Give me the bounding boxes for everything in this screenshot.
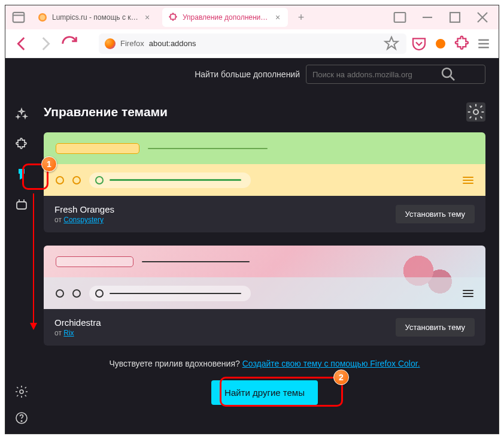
theme-card: Orchidestra от Rix Установить тему <box>44 246 485 346</box>
extensions-icon[interactable] <box>453 35 471 53</box>
tab-addons[interactable]: Управление дополнениями × <box>162 8 288 27</box>
close-icon[interactable]: × <box>274 13 282 22</box>
addon-search-row: Найти больше дополнений <box>5 58 499 90</box>
tab-lumpics[interactable]: Lumpics.ru - помощь с компь × <box>32 8 157 27</box>
puzzle-icon <box>168 13 178 22</box>
close-icon[interactable]: × <box>143 13 151 22</box>
addons-page: Найти больше дополнений Управление темам <box>5 58 499 434</box>
svg-point-19 <box>21 420 22 422</box>
firefox-color-link[interactable]: Создайте свою тему с помощью Firefox Col… <box>242 359 420 368</box>
help-icon[interactable] <box>14 411 29 425</box>
theme-preview[interactable] <box>44 132 485 196</box>
theme-author: от Rix <box>54 329 101 337</box>
search-icon <box>418 65 479 83</box>
close-window-button[interactable] <box>471 8 494 27</box>
annotation-arrow <box>33 193 34 329</box>
install-theme-button[interactable]: Установить тему <box>396 318 475 337</box>
annotation-badge-2: 2 <box>333 370 349 385</box>
theme-card: Fresh Oranges от Conspystery Установить … <box>44 132 485 232</box>
author-link[interactable]: Conspystery <box>63 216 104 224</box>
tab-label: Lumpics.ru - помощь с компь <box>52 13 138 22</box>
firefox-logo-icon <box>105 38 116 49</box>
panel-toggle-icon[interactable] <box>10 9 27 26</box>
address-bar[interactable]: Firefox about:addons <box>99 34 406 54</box>
inspiration-text: Чувствуете прилив вдохновения? Создайте … <box>44 359 485 368</box>
theme-name: Orchidestra <box>54 317 101 328</box>
svg-line-13 <box>451 77 454 80</box>
annotation-badge-1: 1 <box>41 156 57 172</box>
search-label: Найти больше дополнений <box>195 69 300 79</box>
extensions-category-icon[interactable] <box>14 137 29 152</box>
menu-icon[interactable] <box>475 35 493 53</box>
pocket-icon[interactable] <box>410 35 428 53</box>
plugins-category-icon[interactable] <box>14 197 29 211</box>
svg-point-3 <box>40 15 45 20</box>
reload-button[interactable] <box>59 34 80 54</box>
orange-slice-icon <box>38 13 47 22</box>
find-more-themes-button[interactable]: Найти другие темы <box>211 380 318 405</box>
search-input[interactable] <box>312 70 413 79</box>
titlebar: Lumpics.ru - помощь с компь × Управление… <box>5 5 499 29</box>
svg-rect-0 <box>13 13 25 22</box>
list-tabs-icon[interactable] <box>388 8 411 27</box>
svg-point-12 <box>442 68 451 77</box>
back-button[interactable] <box>11 34 32 54</box>
svg-point-17 <box>20 390 23 393</box>
themes-category-icon[interactable] <box>14 167 29 181</box>
address-text: about:addons <box>149 39 378 48</box>
bookmark-star-icon[interactable] <box>382 35 400 53</box>
minimize-button[interactable] <box>416 8 439 27</box>
settings-icon[interactable] <box>14 384 29 399</box>
theme-name: Fresh Oranges <box>54 204 114 214</box>
author-link[interactable]: Rix <box>63 329 74 337</box>
maximize-button[interactable] <box>444 8 466 27</box>
forward-button[interactable] <box>35 34 56 54</box>
account-icon[interactable] <box>432 35 450 53</box>
svg-rect-6 <box>450 13 460 22</box>
svg-rect-4 <box>394 13 406 22</box>
svg-rect-14 <box>17 202 26 209</box>
theme-author: от Conspystery <box>54 216 114 224</box>
url-toolbar: Firefox about:addons <box>5 29 499 58</box>
tools-menu-button[interactable] <box>466 102 485 122</box>
install-theme-button[interactable]: Установить тему <box>396 205 475 223</box>
new-tab-button[interactable]: + <box>293 9 309 26</box>
svg-point-20 <box>473 110 478 114</box>
tab-label: Управление дополнениями <box>183 13 269 22</box>
addon-search-box[interactable] <box>306 65 485 84</box>
theme-preview[interactable] <box>44 246 485 309</box>
page-title: Управление темами <box>44 105 168 119</box>
firefox-label: Firefox <box>120 39 144 48</box>
recommendations-icon[interactable] <box>14 107 29 122</box>
themes-body: Управление темами <box>38 90 499 434</box>
